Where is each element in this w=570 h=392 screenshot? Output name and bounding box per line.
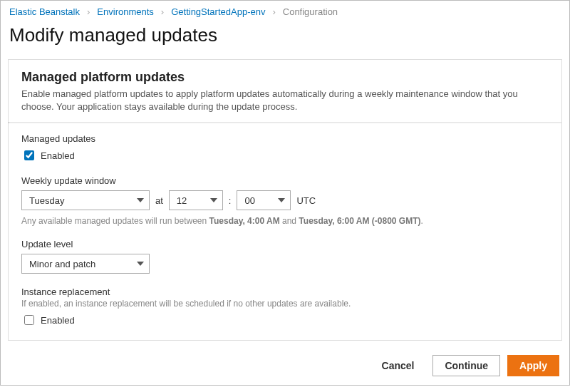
- update-level-label: Update level: [21, 239, 549, 249]
- weekly-window-hint: Any available managed updates will run b…: [21, 216, 549, 226]
- instance-replacement-subtext: If enabled, an instance replacement will…: [21, 299, 549, 309]
- breadcrumb-current: Configuration: [283, 6, 338, 17]
- continue-button[interactable]: Continue: [432, 355, 500, 376]
- instance-replacement-checkbox[interactable]: [24, 315, 34, 325]
- managed-updates-checkbox[interactable]: [24, 150, 34, 160]
- weekly-window-minute-select[interactable]: 00: [237, 190, 291, 210]
- instance-replacement-label: Instance replacement: [21, 287, 549, 297]
- breadcrumb-link-elastic-beanstalk[interactable]: Elastic Beanstalk: [9, 6, 80, 17]
- footer-actions: Cancel Continue Apply: [1, 348, 569, 385]
- breadcrumb: Elastic Beanstalk › Environments › Getti…: [1, 1, 569, 20]
- chevron-right-icon: ›: [272, 6, 275, 17]
- weekly-window-label: Weekly update window: [21, 175, 549, 186]
- chevron-right-icon: ›: [161, 6, 164, 17]
- panel-description: Enable managed platform updates to apply…: [21, 88, 549, 113]
- update-level-select[interactable]: Minor and patch: [21, 254, 150, 274]
- update-level-field: Update level Minor and patch: [21, 239, 549, 274]
- instance-replacement-checkbox-label: Enabled: [41, 315, 75, 326]
- at-text: at: [155, 195, 163, 206]
- managed-updates-panel: Managed platform updates Enable managed …: [8, 59, 562, 341]
- breadcrumb-link-environments[interactable]: Environments: [97, 6, 153, 17]
- colon-text: :: [229, 195, 232, 206]
- instance-replacement-field: Instance replacement If enabled, an inst…: [21, 287, 549, 327]
- weekly-window-field: Weekly update window Tuesday at 12: [21, 175, 549, 226]
- managed-updates-checkbox-label: Enabled: [41, 150, 75, 161]
- breadcrumb-link-env-name[interactable]: GettingStartedApp-env: [171, 6, 265, 17]
- managed-updates-label: Managed updates: [21, 133, 549, 144]
- panel-heading: Managed platform updates: [21, 70, 549, 85]
- managed-updates-field: Managed updates Enabled: [21, 133, 549, 163]
- apply-button[interactable]: Apply: [507, 355, 559, 376]
- weekly-window-hour-select[interactable]: 12: [169, 190, 223, 210]
- chevron-right-icon: ›: [87, 6, 90, 17]
- tz-text: UTC: [296, 195, 316, 206]
- weekly-window-day-select[interactable]: Tuesday: [21, 190, 150, 210]
- page-title: Modify managed updates: [9, 24, 561, 46]
- cancel-button[interactable]: Cancel: [370, 355, 426, 376]
